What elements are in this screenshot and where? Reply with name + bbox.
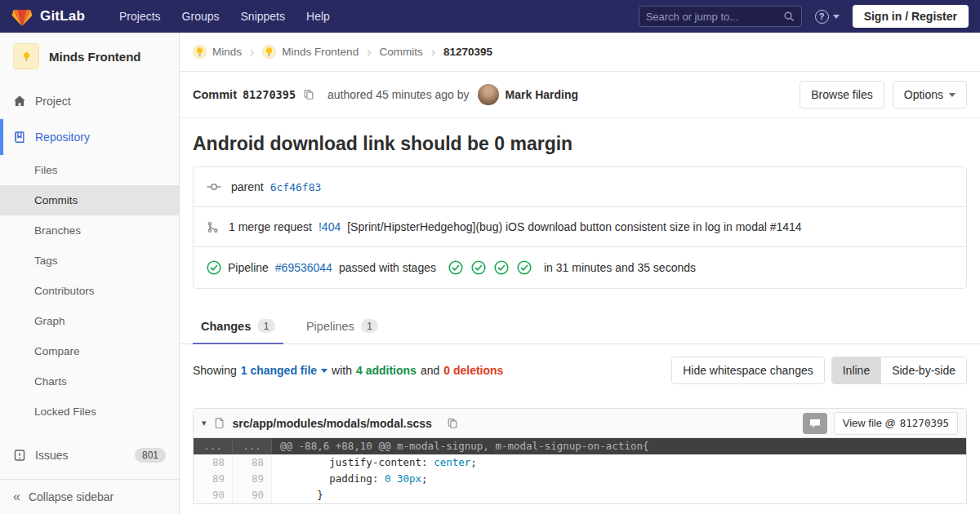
diff-code-row: 8888 justify-content: center; (194, 454, 966, 471)
authored-text: authored 45 minutes ago by (327, 88, 470, 101)
sidebar-item-files[interactable]: Files (0, 155, 179, 185)
pipeline-stage-passed-icon[interactable] (471, 260, 486, 275)
diff-line-number-new: ... (233, 438, 272, 454)
pipeline-stage-passed-icon[interactable] (494, 260, 509, 275)
chevron-right-icon (431, 46, 435, 59)
chevron-right-icon (367, 46, 371, 59)
options-label: Options (904, 88, 943, 101)
pipeline-row: Pipeline #69536044 passed with stages in… (194, 246, 966, 288)
search-input[interactable] (646, 11, 783, 23)
nav-link-groups[interactable]: Groups (174, 7, 228, 26)
sign-in-button[interactable]: Sign in / Register (853, 5, 969, 28)
tab-pipelines[interactable]: Pipelines 1 (298, 312, 387, 343)
sidebar-item-graph[interactable]: Graph (0, 306, 179, 336)
inline-view-button[interactable]: Inline (832, 357, 880, 383)
commit-info-box: parent 6cf46f83 1 merge request !404 [Sp… (193, 166, 967, 289)
diff-file: src/app/modules/modals/modal.scss (193, 408, 967, 504)
copy-icon (303, 89, 314, 100)
view-file-button[interactable]: View file @ 81270395 (834, 412, 958, 435)
breadcrumb-link-group[interactable]: Minds (212, 46, 242, 58)
pipeline-stage-passed-icon[interactable] (517, 260, 532, 275)
changed-files-dropdown[interactable]: 1 changed file (241, 364, 327, 377)
and-label: and (421, 364, 439, 377)
pipeline-stage-passed-icon[interactable] (448, 260, 463, 275)
sidebar-item-locked-files[interactable]: Locked Files (0, 397, 179, 427)
project-header[interactable]: Minds Frontend (0, 33, 179, 80)
diff-code-row: 8989 padding: 0 30px; (194, 471, 966, 487)
diff-summary-bar: Showing 1 changed file with 4 additions … (180, 344, 980, 397)
pipeline-link[interactable]: #69536044 (275, 261, 332, 274)
sidebar-item-compare[interactable]: Compare (0, 336, 179, 366)
collapse-sidebar-button[interactable]: Collapse sidebar (0, 479, 179, 514)
repo-subnav: FilesCommitsBranchesTagsContributorsGrap… (0, 155, 179, 427)
comment-icon (808, 417, 822, 430)
sidebar-item-project[interactable]: Project (0, 83, 179, 119)
commit-actions: Browse files Options (800, 81, 967, 109)
sidebar-item-repository[interactable]: Repository (0, 119, 179, 155)
sidebar-nav: Project Repository FilesCommitsBranchesT… (0, 83, 179, 473)
diff-stats: Showing 1 changed file with 4 additions … (193, 364, 503, 377)
tab-count-badge: 1 (257, 319, 275, 333)
diff-line-number-new[interactable]: 88 (233, 454, 272, 471)
issues-icon (13, 449, 26, 462)
breadcrumb-link-project[interactable]: Minds Frontend (282, 46, 359, 58)
author-avatar[interactable] (478, 84, 499, 105)
main-content: Minds Minds Frontend Commits 81270395 Co… (180, 33, 980, 514)
home-icon (13, 95, 26, 108)
parent-sha-link[interactable]: 6cf46f83 (270, 181, 322, 193)
file-path-link[interactable]: src/app/modules/modals/modal.scss (233, 417, 432, 430)
additions-count: 4 additions (356, 364, 416, 377)
collapse-sidebar-label: Collapse sidebar (29, 490, 114, 503)
diff-line-number-old: ... (194, 438, 233, 454)
view-file-sha: 81270395 (900, 417, 949, 429)
sidebar-item-tags[interactable]: Tags (0, 246, 179, 276)
diff-line-number-old[interactable]: 90 (194, 487, 233, 503)
toggle-comments-button[interactable] (803, 413, 827, 434)
chevron-down-icon (321, 369, 327, 373)
lightbulb-icon (264, 47, 274, 57)
gitlab-logo[interactable]: GitLab (11, 7, 85, 27)
search-box[interactable] (639, 6, 802, 27)
diff-view-toggle: Inline Side-by-side (831, 357, 967, 384)
nav-link-snippets[interactable]: Snippets (233, 7, 293, 26)
chevron-right-icon (250, 46, 254, 59)
sidebar-item-charts[interactable]: Charts (0, 366, 179, 397)
pipeline-status-icon[interactable] (207, 260, 221, 275)
merge-request-link[interactable]: !404 (318, 220, 341, 233)
sidebar-item-commits[interactable]: Commits (0, 185, 179, 215)
tanuki-icon (11, 7, 33, 27)
diff-line-number-old[interactable]: 88 (194, 454, 233, 471)
author-name-link[interactable]: Mark Harding (506, 88, 578, 101)
project-avatar-small (262, 45, 276, 59)
copy-icon (447, 418, 458, 429)
search-icon (783, 11, 795, 22)
breadcrumb-current-sha: 81270395 (443, 46, 492, 58)
file-actions: View file @ 81270395 (803, 412, 958, 435)
nav-link-help[interactable]: Help (298, 7, 338, 26)
hide-whitespace-button[interactable]: Hide whitespace changes (671, 357, 825, 384)
parent-label: parent (231, 180, 264, 193)
pipeline-status-text: passed with stages (339, 261, 436, 274)
check-circle-icon (494, 260, 509, 275)
check-circle-icon (207, 260, 221, 275)
collapse-diff-caret[interactable] (202, 418, 207, 428)
breadcrumb: Minds Minds Frontend Commits 81270395 (180, 33, 980, 72)
options-dropdown-button[interactable]: Options (893, 81, 967, 109)
diff-line-number-old[interactable]: 89 (194, 471, 233, 487)
browse-files-button[interactable]: Browse files (800, 81, 884, 109)
with-label: with (332, 364, 352, 377)
nav-link-projects[interactable]: Projects (111, 7, 169, 26)
sidebar-item-issues[interactable]: Issues 801 (0, 437, 179, 473)
help-dropdown[interactable] (815, 10, 840, 24)
top-navbar: GitLab Projects Groups Snippets Help Sig… (0, 0, 980, 33)
copy-path-button[interactable] (445, 416, 460, 431)
sidebar-item-branches[interactable]: Branches (0, 215, 179, 246)
breadcrumb-link-commits[interactable]: Commits (379, 46, 422, 58)
side-by-side-view-button[interactable]: Side-by-side (880, 357, 966, 383)
file-icon (214, 417, 225, 429)
diff-line-number-new[interactable]: 89 (233, 471, 272, 487)
tab-changes[interactable]: Changes 1 (193, 312, 283, 343)
diff-line-number-new[interactable]: 90 (233, 487, 272, 503)
copy-sha-button[interactable] (301, 87, 316, 102)
sidebar-item-contributors[interactable]: Contributors (0, 276, 179, 306)
